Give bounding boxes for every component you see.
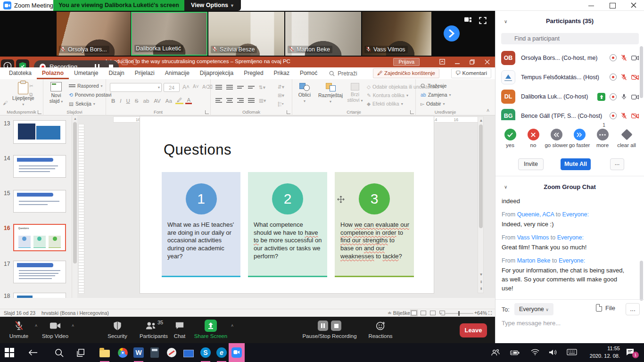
battery-tray-icon[interactable] [510, 349, 520, 357]
feedback-more[interactable]: more [590, 129, 615, 148]
remote-desktop-icon[interactable] [183, 347, 194, 358]
change-case-button[interactable]: Aa [164, 98, 173, 104]
tab-polazno[interactable]: Polazno [37, 67, 69, 79]
taskbar-clock[interactable]: 11:55 2020. 12. 08. [586, 345, 620, 360]
font-name-select[interactable]: ▾ [110, 83, 162, 92]
word-icon[interactable]: W [133, 347, 144, 358]
calculator-icon[interactable] [149, 347, 160, 358]
chat-scrollbar[interactable] [640, 199, 643, 301]
quick-styles-button[interactable]: Brzi stilovi ▾ [345, 83, 365, 103]
italic-button[interactable]: I [118, 98, 123, 104]
edge-icon[interactable]: e [216, 347, 227, 358]
recipient-select[interactable]: Everyone ∨ [514, 303, 553, 315]
view-options-button[interactable]: View Options▼ [184, 0, 241, 11]
highlight-color-button[interactable]: 🖉 [175, 97, 184, 104]
shrink-font-icon[interactable]: A˅ [193, 84, 199, 89]
align-left-button[interactable] [215, 97, 222, 104]
language-indicator[interactable]: hrvatski (Bosna i Hercegovina) [41, 310, 109, 316]
tab-pregled[interactable]: Pregled [239, 67, 268, 79]
question-card-3[interactable]: 3 How we can evaluate our competence in … [335, 172, 414, 277]
slide-thumbnail-18[interactable] [13, 293, 66, 298]
tab-umetanje[interactable]: Umetanje [69, 67, 103, 79]
select-button[interactable]: ▻Odabir ▾ [421, 101, 445, 107]
task-view-icon[interactable] [75, 347, 87, 358]
slide-thumbnail-17[interactable] [13, 261, 66, 283]
bold-button[interactable]: B [110, 98, 116, 104]
tab-pomoc[interactable]: Pomoć [295, 67, 322, 79]
dialog-launcher-icon[interactable] [38, 110, 41, 114]
people-tray-icon[interactable] [491, 349, 500, 358]
question-card-1[interactable]: 1 What we as HE teaches' are doing in ou… [162, 172, 240, 277]
back-icon[interactable] [27, 347, 39, 358]
zoom-slider[interactable] [444, 313, 473, 314]
tab-prikaz[interactable]: Prikaz [269, 67, 295, 79]
columns-button[interactable]: ▥▾ [259, 98, 266, 103]
char-spacing-button[interactable]: AV [152, 98, 162, 104]
shape-outline-menu[interactable]: ✎Kontura oblika ▾ [367, 92, 408, 98]
underline-button[interactable]: U [125, 98, 132, 104]
thumbnail-scrollbar[interactable]: ▲ [72, 115, 77, 298]
chat-more-button[interactable]: ... [626, 303, 640, 315]
video-tile[interactable]: Orsolya Bors... [57, 12, 131, 56]
shapes-button[interactable]: Oblici▾ [295, 83, 314, 103]
send-file-button[interactable]: File [596, 304, 615, 312]
video-tile[interactable]: Szilvia Besze [208, 12, 284, 56]
share-screen-button[interactable]: Share Screen [192, 320, 229, 339]
close-button[interactable] [626, 0, 642, 10]
ribbon-options-icon[interactable] [435, 57, 450, 67]
format-painter-icon[interactable]: 🖌 [3, 100, 8, 106]
tab-dizajn[interactable]: Dizajn [103, 67, 129, 79]
fit-to-window-icon[interactable]: ⛶ [488, 310, 492, 316]
participants-button[interactable]: 35 Participants [134, 320, 173, 339]
keyboard-tray-icon[interactable] [567, 349, 577, 357]
feedback-clear-all[interactable]: clear all [614, 129, 639, 148]
slide-thumbnail-14[interactable] [13, 155, 66, 178]
mute-all-button[interactable]: Mute All [561, 158, 591, 170]
align-center-button[interactable] [226, 97, 233, 104]
normal-view-icon[interactable] [411, 311, 417, 315]
numbering-button[interactable] [226, 84, 233, 90]
zoom-slider-thumb[interactable] [458, 311, 460, 316]
ppt-close-button[interactable] [480, 57, 495, 67]
reactions-button[interactable]: Reactions [364, 320, 397, 339]
video-options-chevron[interactable]: ˄ [72, 323, 74, 328]
justify-button[interactable] [248, 97, 255, 104]
replace-button[interactable]: abZamjena ▾ [421, 92, 451, 98]
slide-canvas[interactable]: Questions 1 What we as HE teaches' are d… [140, 116, 434, 293]
dialog-launcher-icon[interactable] [410, 110, 414, 114]
text-shadow-button[interactable]: ab [142, 98, 151, 104]
leave-button[interactable]: Leave [460, 323, 487, 337]
copy-icon[interactable]: ⧉ [29, 91, 33, 98]
zoom-out-icon[interactable]: − [439, 310, 442, 316]
find-button[interactable]: Traženje [421, 83, 446, 89]
wifi-tray-icon[interactable] [531, 349, 539, 357]
font-color-button[interactable]: A [185, 97, 192, 104]
cut-icon[interactable]: ✂ [29, 83, 33, 89]
slide-thumbnail-15[interactable] [13, 190, 66, 213]
slide-thumbnail-13[interactable] [13, 120, 66, 144]
align-text-button[interactable]: ⊞▾ [278, 92, 284, 98]
section-button[interactable]: ▤Sekcija ▾ [69, 101, 95, 107]
feedback-yes[interactable]: yes [498, 129, 522, 148]
increase-indent-button[interactable] [248, 85, 255, 90]
file-explorer-icon[interactable] [99, 347, 110, 358]
editor-scrollbar[interactable]: ▲ ▼ ⇞ ⇟ [478, 116, 484, 293]
snipping-tool-icon[interactable] [166, 347, 177, 358]
participants-more-button[interactable]: ... [610, 158, 624, 170]
stop-recording-icon[interactable] [331, 321, 341, 331]
participants-scrollbar[interactable] [640, 46, 643, 117]
maximize-button[interactable] [605, 0, 621, 10]
grow-font-icon[interactable]: A˄ [182, 84, 190, 90]
chrome-icon[interactable] [117, 347, 128, 358]
font-size-select[interactable]: 24 [164, 83, 180, 92]
stop-video-button[interactable]: Stop Video [39, 320, 72, 339]
pause-recording-icon[interactable] [318, 321, 328, 331]
ppt-minimize-button[interactable] [450, 57, 465, 67]
tab-animacije[interactable]: Animacije [160, 67, 195, 79]
search-icon[interactable] [53, 347, 65, 358]
security-button[interactable]: Security [101, 320, 134, 339]
feedback-no[interactable]: no [521, 129, 545, 148]
speaker-view-icon[interactable] [464, 17, 472, 26]
tab-datoteka[interactable]: Datoteka [4, 67, 37, 79]
comments-button[interactable]: 🗩 Komentari [451, 68, 491, 78]
